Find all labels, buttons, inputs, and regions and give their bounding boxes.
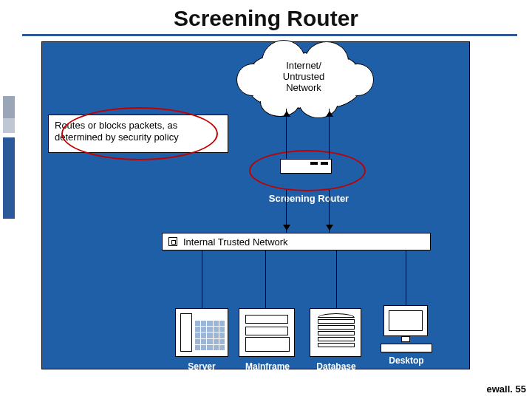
server-icon: [175, 308, 228, 357]
desktop-label: Desktop: [376, 355, 437, 366]
arrow-down-1: [286, 190, 287, 233]
slide-title: Screening Router: [0, 6, 532, 31]
footer-text: ewall. 55: [487, 383, 526, 395]
cloud-label-line3: Network: [286, 82, 321, 93]
network-diagram: Internet/ Untrusted Network Routes or bl…: [41, 41, 470, 369]
slide-side-accent: [0, 0, 21, 399]
cloud-label-line2: Untrusted: [283, 71, 324, 82]
highlight-ellipse-description: [61, 107, 218, 160]
cloud-label-line1: Internet/: [286, 60, 321, 71]
server-label: Server: [175, 361, 228, 372]
arrow-up-1: [286, 109, 287, 159]
plug-icon: [168, 237, 177, 246]
arrow-down-2: [329, 190, 330, 233]
connector-database: [336, 250, 337, 313]
desktop-icon: [378, 305, 434, 357]
mainframe-label: Mainframe: [236, 361, 299, 372]
highlight-ellipse-router: [249, 150, 366, 191]
cloud-label: Internet/ Untrusted Network: [230, 60, 378, 93]
router-label: Screening Router: [253, 193, 364, 204]
arrow-up-2: [329, 109, 330, 159]
database-label: Database: [308, 361, 364, 372]
database-icon: [310, 308, 361, 357]
mainframe-icon: [239, 308, 295, 357]
trusted-network-label: Internal Trusted Network: [183, 236, 288, 248]
connector-desktop: [406, 250, 406, 313]
connector-server: [202, 250, 202, 313]
connector-mainframe: [265, 250, 266, 313]
title-underline: [22, 34, 517, 36]
trusted-network-bar: Internal Trusted Network: [162, 233, 431, 250]
